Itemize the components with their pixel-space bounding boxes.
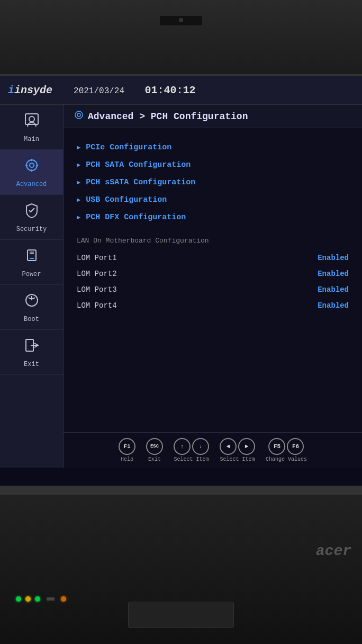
esc-key[interactable]: ESC <box>146 438 163 455</box>
sidebar-item-advanced-label: Advanced <box>16 181 47 188</box>
footer-key-leftright: ◄ ► Select Item <box>220 438 255 462</box>
pcie-label: PCIe Configuration <box>86 143 171 152</box>
camera-dot <box>179 18 183 22</box>
menu-item-pch-ssata[interactable]: ▶ PCH sSATA Configuration <box>74 174 351 191</box>
menu-item-pcie[interactable]: ▶ PCIe Configuration <box>74 139 351 156</box>
f5f6-label: Change Values <box>266 457 307 462</box>
laptop-hinge <box>0 487 362 495</box>
pch-sata-label: PCH SATA Configuration <box>86 160 191 169</box>
leftright-label: Select Item <box>220 457 255 462</box>
breadcrumb-icon <box>74 110 84 122</box>
svg-point-1 <box>29 117 34 122</box>
usb-arrow-icon: ▶ <box>77 196 80 204</box>
lom-port4-item[interactable]: LOM Port4 Enabled <box>74 298 351 314</box>
bios-datetime: 2021/03/24 01:40:12 <box>74 84 195 96</box>
sidebar-item-exit-label: Exit <box>24 361 39 368</box>
lom-port3-value: Enabled <box>318 285 349 294</box>
lom-port1-item[interactable]: LOM Port1 Enabled <box>74 250 351 266</box>
svg-point-16 <box>75 111 83 119</box>
lom-port3-label: LOM Port3 <box>77 285 117 294</box>
footer-key-f1: F1 Help <box>119 438 135 462</box>
pch-ssata-arrow-icon: ▶ <box>77 178 80 186</box>
menu-item-usb[interactable]: ▶ USB Configuration <box>74 191 351 209</box>
usb-label: USB Configuration <box>86 195 167 204</box>
bios-screen: iinsyde 2021/03/24 01:40:12 Main <box>0 74 362 487</box>
sidebar-item-security-label: Security <box>16 226 47 233</box>
sidebar-item-boot-label: Boot <box>24 316 39 323</box>
sidebar-item-boot[interactable]: Boot <box>0 285 63 330</box>
led-battery <box>61 596 66 602</box>
pcie-arrow-icon: ▶ <box>77 144 80 151</box>
lom-port1-label: LOM Port1 <box>77 254 117 262</box>
lom-port3-item[interactable]: LOM Port3 Enabled <box>74 282 351 298</box>
lom-port2-label: LOM Port2 <box>77 270 117 278</box>
sidebar-item-main[interactable]: Main <box>0 105 63 150</box>
f1-key[interactable]: F1 <box>119 438 135 455</box>
lom-port4-label: LOM Port4 <box>77 301 117 310</box>
led-wifi <box>35 596 40 602</box>
main-icon <box>23 112 40 133</box>
breadcrumb: Advanced > PCH Configuration <box>64 105 362 128</box>
left-key[interactable]: ◄ <box>220 438 237 455</box>
status-leds <box>16 596 66 602</box>
pch-dfx-arrow-icon: ▶ <box>77 213 80 221</box>
main-panel: Advanced > PCH Configuration ▶ PCIe Conf… <box>64 105 362 468</box>
menu-item-pch-dfx[interactable]: ▶ PCH DFX Configuration <box>74 209 351 226</box>
f6-key[interactable]: F6 <box>287 438 304 455</box>
down-key[interactable]: ↓ <box>192 438 209 455</box>
led-power <box>16 596 21 602</box>
esc-label: Exit <box>148 457 161 462</box>
sidebar-item-exit[interactable]: Exit <box>0 330 63 375</box>
f1-label: Help <box>121 457 133 462</box>
sidebar-item-power[interactable]: Power <box>0 240 63 285</box>
updown-label: Select Item <box>174 457 209 462</box>
lan-section-header: LAN On Motherboard Configuration <box>77 237 349 245</box>
pch-ssata-label: PCH sSATA Configuration <box>86 178 195 187</box>
acer-logo: acer <box>316 543 351 559</box>
lom-port2-value: Enabled <box>318 270 349 278</box>
footer-key-f5f6: F5 F6 Change Values <box>266 438 307 462</box>
laptop-top-bezel <box>0 0 362 74</box>
sidebar-item-advanced[interactable]: Advanced <box>0 150 63 195</box>
menu-area: ▶ PCIe Configuration ▶ PCH SATA Configur… <box>64 128 362 432</box>
security-icon <box>23 202 40 223</box>
exit-icon <box>23 337 40 358</box>
sidebar-item-power-label: Power <box>22 271 41 278</box>
pch-sata-arrow-icon: ▶ <box>77 161 80 169</box>
lom-port1-value: Enabled <box>318 254 349 262</box>
right-key[interactable]: ► <box>238 438 255 455</box>
footer-key-updown: ↑ ↓ Select Item <box>174 438 209 462</box>
sidebar-item-main-label: Main <box>24 136 39 143</box>
lom-port2-item[interactable]: LOM Port2 Enabled <box>74 266 351 282</box>
menu-item-pch-sata[interactable]: ▶ PCH SATA Configuration <box>74 156 351 174</box>
touchpad[interactable] <box>128 602 234 628</box>
up-key[interactable]: ↑ <box>174 438 191 455</box>
bios-date: 2021/03/24 <box>74 86 124 96</box>
bios-header: iinsyde 2021/03/24 01:40:12 <box>0 76 362 105</box>
boot-icon <box>23 292 40 313</box>
bios-footer: F1 Help ESC Exit ↑ ↓ Select Item ◄ <box>64 432 362 468</box>
svg-point-2 <box>26 160 37 171</box>
bios-content: Main Advanced <box>0 105 362 468</box>
bios-time: 01:40:12 <box>144 84 195 96</box>
led-separator <box>47 597 55 601</box>
svg-point-17 <box>77 113 80 117</box>
footer-key-esc: ESC Exit <box>146 438 163 462</box>
pch-dfx-label: PCH DFX Configuration <box>86 213 186 222</box>
lom-port4-value: Enabled <box>318 301 349 310</box>
sidebar-item-security[interactable]: Security <box>0 195 63 240</box>
f5-key[interactable]: F5 <box>268 438 285 455</box>
svg-point-3 <box>30 163 34 167</box>
led-disk <box>25 596 31 602</box>
bios-vendor-logo: iinsyde <box>8 84 52 96</box>
bios-sidebar: Main Advanced <box>0 105 64 468</box>
laptop-bottom: acer <box>0 487 362 644</box>
advanced-icon <box>23 157 40 178</box>
breadcrumb-text: Advanced > PCH Configuration <box>88 111 248 122</box>
power-icon <box>23 247 40 268</box>
